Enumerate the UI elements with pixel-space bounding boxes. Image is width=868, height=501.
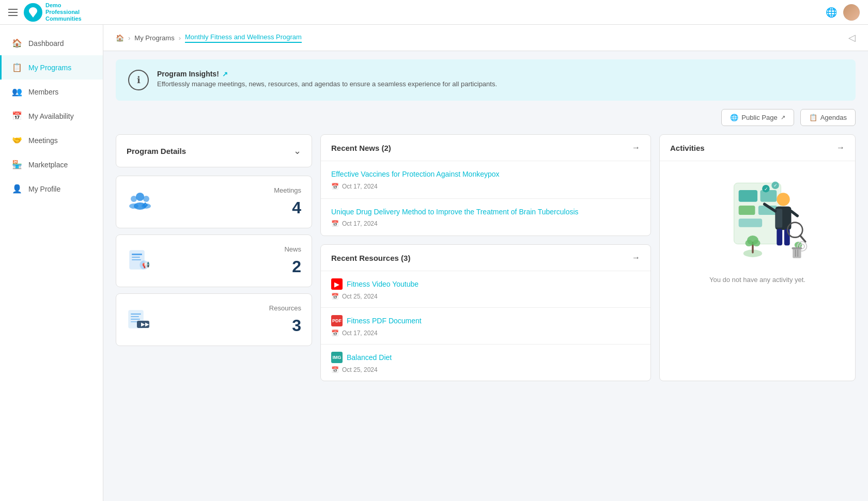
recent-resources-header: Recent Resources (3) → — [321, 245, 650, 271]
main-content: 🏠 › My Programs › Monthly Fitness and We… — [103, 25, 868, 501]
svg-rect-11 — [147, 205, 148, 206]
svg-rect-54 — [792, 247, 802, 249]
sidebar-label-availability: My Availability — [28, 112, 74, 120]
svg-rect-8 — [145, 202, 146, 203]
resource-date-3: 📅 Oct 25, 2024 — [331, 366, 640, 373]
svg-rect-19 — [131, 314, 141, 315]
news-date-1: 📅 Oct 17, 2024 — [331, 183, 640, 190]
left-column: Program Details ⌄ — [116, 134, 312, 381]
calendar-icon-2: 📅 — [331, 220, 339, 227]
svg-rect-20 — [131, 316, 139, 317]
recent-resources-arrow-icon[interactable]: → — [632, 253, 640, 262]
middle-column: Recent News (2) → Effective Vaccines for… — [320, 134, 651, 381]
meetings-stat-card: Meetings 4 — [116, 176, 312, 228]
resources-label: Resources — [269, 304, 301, 312]
svg-rect-9 — [145, 207, 146, 208]
news-link-2: Unique Drug Delivery Method to Improve t… — [331, 207, 640, 217]
breadcrumb-collapse-icon[interactable]: ◁ — [848, 32, 856, 43]
sidebar-item-members[interactable]: 👥 Members — [0, 80, 103, 104]
svg-text:✓: ✓ — [764, 186, 768, 192]
program-details-header[interactable]: Program Details ⌄ — [116, 135, 312, 167]
sidebar: 🏠 Dashboard 📋 My Programs 👥 Members 📅 My… — [0, 0, 103, 501]
svg-rect-10 — [143, 205, 144, 206]
info-external-link-icon[interactable]: ↗ — [222, 70, 228, 78]
svg-line-35 — [791, 211, 797, 216]
svg-point-7 — [145, 205, 146, 206]
sidebar-item-meetings[interactable]: 🤝 Meetings — [0, 128, 103, 152]
calendar-icon-1: 📅 — [331, 183, 339, 190]
recent-news-arrow-icon[interactable]: → — [632, 143, 640, 152]
action-bar: 🌐 Public Page ↗ 📋 Agendas — [116, 109, 856, 126]
news-item-1[interactable]: Effective Vaccines for Protection Agains… — [321, 161, 650, 199]
svg-point-0 — [136, 193, 144, 201]
meetings-value: 4 — [292, 198, 301, 217]
public-page-button[interactable]: 🌐 Public Page ↗ — [721, 109, 794, 126]
sidebar-item-my-profile[interactable]: 👤 My Profile — [0, 177, 103, 201]
program-details-title: Program Details — [127, 147, 186, 155]
topbar: Demo Professional Communities 🌐 — [0, 0, 868, 25]
recent-news-title: Recent News (2) — [331, 144, 391, 152]
my-programs-icon: 📋 — [12, 62, 22, 72]
avatar[interactable] — [843, 4, 860, 21]
logo: Demo Professional Communities — [24, 2, 82, 23]
resources-stat-card: ▶▶ Resources 3 — [116, 293, 312, 346]
resource-link-3: IMG Balanced Diet — [331, 352, 640, 363]
breadcrumb-my-programs[interactable]: My Programs — [134, 34, 174, 42]
pdf-icon: PDF — [331, 315, 343, 326]
recent-resources-title: Recent Resources (3) — [331, 254, 410, 262]
svg-rect-15 — [132, 259, 141, 260]
svg-rect-53 — [793, 249, 801, 258]
resource-item-3[interactable]: IMG Balanced Diet 📅 Oct 25, 2024 — [321, 345, 650, 381]
resource-date-2: 📅 Oct 17, 2024 — [331, 330, 640, 337]
activities-arrow-icon[interactable]: → — [836, 143, 845, 152]
news-item-2[interactable]: Unique Drug Delivery Method to Improve t… — [321, 199, 650, 236]
program-details-chevron-icon: ⌄ — [293, 145, 301, 156]
sidebar-item-my-availability[interactable]: 📅 My Availability — [0, 104, 103, 128]
breadcrumb-home[interactable]: 🏠 — [116, 34, 124, 42]
sidebar-item-dashboard[interactable]: 🏠 Dashboard — [0, 31, 103, 55]
svg-rect-21 — [131, 319, 140, 320]
svg-text:▶▶: ▶▶ — [141, 321, 149, 327]
info-icon: ℹ — [128, 70, 149, 90]
image-icon: IMG — [331, 352, 343, 363]
svg-rect-36 — [777, 229, 782, 245]
program-details-card: Program Details ⌄ — [116, 134, 312, 167]
activity-illustration: ✓ ✓ — [706, 171, 809, 270]
sidebar-item-marketplace[interactable]: 🏪 Marketplace — [0, 152, 103, 177]
dashboard-icon: 🏠 — [12, 38, 22, 48]
logo-text: Demo Professional Communities — [45, 2, 82, 23]
resource-item-1[interactable]: ▶ Fitness Video Youtube 📅 Oct 25, 2024 — [321, 271, 650, 308]
svg-point-2 — [143, 196, 149, 202]
breadcrumb: 🏠 › My Programs › Monthly Fitness and We… — [103, 25, 868, 51]
menu-toggle[interactable] — [8, 9, 18, 16]
svg-rect-14 — [132, 257, 140, 258]
agendas-button[interactable]: 📋 Agendas — [800, 109, 856, 126]
resource-item-2[interactable]: PDF Fitness PDF Document 📅 Oct 17, 2024 — [321, 308, 650, 345]
info-title: Program Insights! ↗ — [157, 70, 843, 78]
activities-body: ✓ ✓ You do not have any activity yet. — [660, 161, 855, 294]
profile-icon: 👤 — [12, 184, 22, 194]
external-link-icon: ↗ — [781, 114, 785, 121]
recent-resources-card: Recent Resources (3) → ▶ Fitness Video Y… — [320, 244, 651, 381]
sidebar-item-my-programs[interactable]: 📋 My Programs — [0, 55, 103, 80]
meetings-label: Meetings — [274, 186, 301, 194]
resources-stat-icon: ▶▶ — [127, 305, 153, 334]
info-description: Effortlessly manage meetings, news, reso… — [157, 80, 843, 88]
topbar-left: Demo Professional Communities — [8, 2, 82, 23]
availability-icon: 📅 — [12, 111, 22, 121]
sidebar-label-marketplace: Marketplace — [28, 161, 68, 169]
news-stat-icon: 📢 — [127, 246, 153, 275]
svg-rect-30 — [739, 218, 762, 227]
svg-text:📢: 📢 — [142, 261, 150, 269]
meetings-stat-icon — [127, 187, 153, 216]
news-value: 2 — [292, 257, 301, 276]
svg-point-4 — [129, 203, 138, 209]
news-date-2: 📅 Oct 17, 2024 — [331, 220, 640, 227]
globe-icon[interactable]: 🌐 — [826, 7, 837, 18]
marketplace-icon: 🏪 — [12, 160, 22, 169]
activities-header: Activities → — [660, 135, 855, 161]
activities-title: Activities — [670, 144, 705, 152]
calendar-icon-r2: 📅 — [331, 330, 339, 337]
svg-point-31 — [777, 193, 789, 206]
info-content: Program Insights! ↗ Effortlessly manage … — [157, 70, 843, 88]
